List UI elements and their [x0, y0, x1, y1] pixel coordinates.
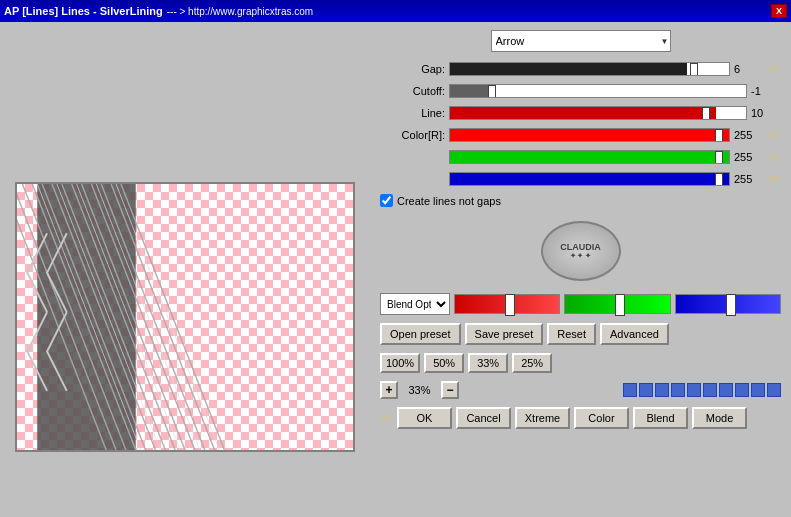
line-label: Line: — [380, 107, 445, 119]
preset-buttons-row: Open preset Save preset Reset Advanced — [380, 323, 781, 345]
color-r-label: Color[R]: — [380, 129, 445, 141]
close-button[interactable]: X — [771, 4, 787, 18]
app-url: --- > http://www.graphicxtras.com — [167, 6, 313, 17]
gap-slider-fill — [450, 63, 687, 75]
watermark-area: CLAUDIA ✦ ✦ ✦ — [380, 221, 781, 281]
line-slider-fill — [450, 107, 716, 119]
line-slider-track[interactable] — [449, 106, 747, 120]
blend-red-thumb[interactable] — [505, 294, 515, 316]
blue-square-3 — [655, 383, 669, 397]
blue-square-2 — [639, 383, 653, 397]
blend-green-thumb[interactable] — [615, 294, 625, 316]
left-panel — [0, 22, 370, 517]
zoom-display: 33% — [402, 384, 437, 396]
blend-red-slider[interactable] — [454, 294, 560, 314]
color-r-slider-track[interactable] — [449, 128, 730, 142]
blend-green-slider[interactable] — [564, 294, 670, 314]
gap-slider-track[interactable] — [449, 62, 730, 76]
cutoff-slider-track[interactable] — [449, 84, 747, 98]
cutoff-label: Cutoff: — [380, 85, 445, 97]
blue-square-4 — [671, 383, 685, 397]
watermark-text: CLAUDIA — [560, 242, 601, 252]
cutoff-value: -1 — [751, 85, 781, 97]
blend-options-row: Blend Opti — [380, 293, 781, 315]
advanced-button[interactable]: Advanced — [600, 323, 669, 345]
preview-box — [15, 182, 355, 452]
line-value: 10 — [751, 107, 781, 119]
hand-icon-r: ☞ — [768, 127, 781, 143]
blue-squares-row — [463, 383, 781, 397]
line-slider-row: Line: 10 — [380, 104, 781, 122]
color-g-slider-fill — [450, 151, 729, 163]
main-content: Arrow None Square Circle ▼ Gap: 6 ☞ Cuto… — [0, 22, 791, 517]
gap-label: Gap: — [380, 63, 445, 75]
color-r-slider-row: Color[R]: 255 ☞ — [380, 126, 781, 144]
gap-value: 6 — [734, 63, 764, 75]
xtreme-button[interactable]: Xtreme — [515, 407, 570, 429]
color-b-slider-track[interactable] — [449, 172, 730, 186]
blue-square-5 — [687, 383, 701, 397]
zoom-buttons-row: 100% 50% 33% 25% — [380, 353, 781, 373]
save-preset-button[interactable]: Save preset — [465, 323, 544, 345]
gap-slider-thumb[interactable] — [690, 63, 698, 76]
blue-square-7 — [719, 383, 733, 397]
hand-icon-b: ☞ — [768, 171, 781, 187]
checkbox-row: Create lines not gaps — [380, 194, 781, 207]
cutoff-slider-thumb[interactable] — [488, 85, 496, 98]
color-b-slider-fill — [450, 173, 729, 185]
line-slider-thumb[interactable] — [702, 107, 710, 120]
blue-square-1 — [623, 383, 637, 397]
watermark-logo: CLAUDIA ✦ ✦ ✦ — [541, 221, 621, 281]
blue-square-10 — [767, 383, 781, 397]
color-g-slider-row: 255 ☞ — [380, 148, 781, 166]
gap-slider-row: Gap: 6 ☞ — [380, 60, 781, 78]
color-b-value: 255 — [734, 173, 764, 185]
zoom-out-button[interactable]: − — [441, 381, 459, 399]
blue-square-6 — [703, 383, 717, 397]
app-title: AP [Lines] Lines - SilverLining — [4, 5, 163, 17]
blend-button[interactable]: Blend — [633, 407, 688, 429]
arrow-row: Arrow None Square Circle ▼ — [380, 30, 781, 52]
blend-blue-slider[interactable] — [675, 294, 781, 314]
title-bar-title: AP [Lines] Lines - SilverLining --- > ht… — [4, 5, 313, 17]
color-r-slider-fill — [450, 129, 729, 141]
color-g-slider-track[interactable] — [449, 150, 730, 164]
cutoff-slider-row: Cutoff: -1 — [380, 82, 781, 100]
create-lines-checkbox[interactable] — [380, 194, 393, 207]
dropdown-wrapper: Arrow None Square Circle ▼ — [491, 30, 671, 52]
blend-dropdown[interactable]: Blend Opti — [380, 293, 450, 315]
checkbox-label: Create lines not gaps — [397, 195, 501, 207]
hand-icon-g: ☞ — [768, 149, 781, 165]
color-g-value: 255 — [734, 151, 764, 163]
cancel-button[interactable]: Cancel — [456, 407, 511, 429]
title-bar: AP [Lines] Lines - SilverLining --- > ht… — [0, 0, 791, 22]
color-r-slider-thumb[interactable] — [715, 129, 723, 142]
zoom-33-button[interactable]: 33% — [468, 353, 508, 373]
hand-pointer-icon: ☞ — [380, 410, 393, 426]
blue-square-8 — [735, 383, 749, 397]
zoom-50-button[interactable]: 50% — [424, 353, 464, 373]
zoom-100-button[interactable]: 100% — [380, 353, 420, 373]
color-g-slider-thumb[interactable] — [715, 151, 723, 164]
color-b-slider-thumb[interactable] — [715, 173, 723, 186]
right-panel: Arrow None Square Circle ▼ Gap: 6 ☞ Cuto… — [370, 22, 791, 517]
zoom-control-row: + 33% − — [380, 381, 781, 399]
color-r-value: 255 — [734, 129, 764, 141]
action-buttons-row: ☞ OK Cancel Xtreme Color Blend Mode — [380, 407, 781, 429]
color-b-slider-row: 255 ☞ — [380, 170, 781, 188]
blend-blue-thumb[interactable] — [726, 294, 736, 316]
ok-button[interactable]: OK — [397, 407, 452, 429]
reset-button[interactable]: Reset — [547, 323, 596, 345]
mode-button[interactable]: Mode — [692, 407, 747, 429]
hand-icon-gap: ☞ — [768, 61, 781, 77]
color-button[interactable]: Color — [574, 407, 629, 429]
watermark-sub: ✦ ✦ ✦ — [570, 252, 592, 260]
svg-line-10 — [121, 184, 224, 450]
arrow-dropdown[interactable]: Arrow None Square Circle — [491, 30, 671, 52]
open-preset-button[interactable]: Open preset — [380, 323, 461, 345]
zoom-25-button[interactable]: 25% — [512, 353, 552, 373]
zoom-in-button[interactable]: + — [380, 381, 398, 399]
blue-square-9 — [751, 383, 765, 397]
